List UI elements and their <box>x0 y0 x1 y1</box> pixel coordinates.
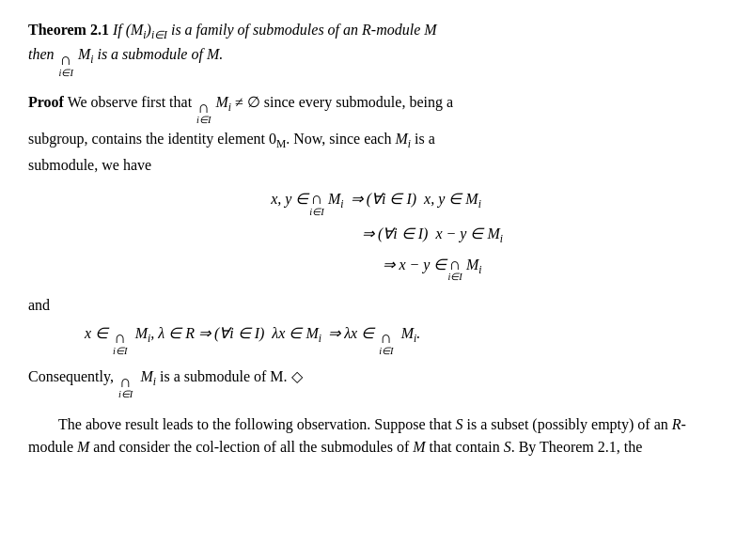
consequently-block: Consequently, ∩ i∈I Mi is a submodule of… <box>28 366 724 400</box>
theorem-block: Theorem 2.1 If (Mi)i∈I is a family of su… <box>28 19 724 78</box>
proof-intersection1: ∩ i∈I <box>196 100 211 126</box>
proof-label: Proof <box>28 94 64 110</box>
sub-i: i <box>143 29 146 40</box>
lambda-inter1: ∩ i∈I <box>113 330 127 356</box>
eq3-intersection: ∩ i∈I <box>447 257 462 283</box>
theorem-intersection: ∩ i∈I <box>59 52 73 78</box>
sub-iei: i∈I <box>151 29 167 40</box>
equation-2: ⇒ (∀i ∈ I) x − y ∈ Mi <box>362 223 503 247</box>
content-area: Theorem 2.1 If (Mi)i∈I is a family of su… <box>28 19 724 459</box>
observation-block: The above result leads to the following … <box>28 413 724 459</box>
proof-block: Proof We observe first that ∩ i∈I Mi ≠ ∅… <box>28 91 724 177</box>
equation-1: x, y ∈ ∩ i∈I Mi ⇒ (∀i ∈ I) x, y ∈ Mi <box>271 188 481 217</box>
and-label: and <box>28 297 50 313</box>
theorem-label: Theorem 2.1 <box>28 22 109 38</box>
lambda-equation: x ∈ ∩ i∈I Mi, λ ∈ R ⇒ (∀i ∈ I) λx ∈ Mi ⇒… <box>85 322 724 357</box>
proof-line2: subgroup, contains the identity element … <box>28 128 724 152</box>
theorem-then-line: then ∩ i∈I Mi is a submodule of M. <box>28 43 724 78</box>
lambda-inter2: ∩ i∈I <box>379 330 393 356</box>
equation-3: ⇒ x − y ∈ ∩ i∈I Mi <box>383 254 481 283</box>
theorem-text: Theorem 2.1 If (Mi)i∈I is a family of su… <box>28 22 437 38</box>
proof-line3: submodule, we have <box>28 154 724 177</box>
equations-block: x, y ∈ ∩ i∈I Mi ⇒ (∀i ∈ I) x, y ∈ Mi ⇒ (… <box>28 188 724 282</box>
and-block: and <box>28 294 724 317</box>
eq1-intersection: ∩ i∈I <box>309 191 323 217</box>
consequently-intersection: ∩ i∈I <box>118 374 133 400</box>
proof-line1: Proof We observe first that ∩ i∈I Mi ≠ ∅… <box>28 91 724 126</box>
